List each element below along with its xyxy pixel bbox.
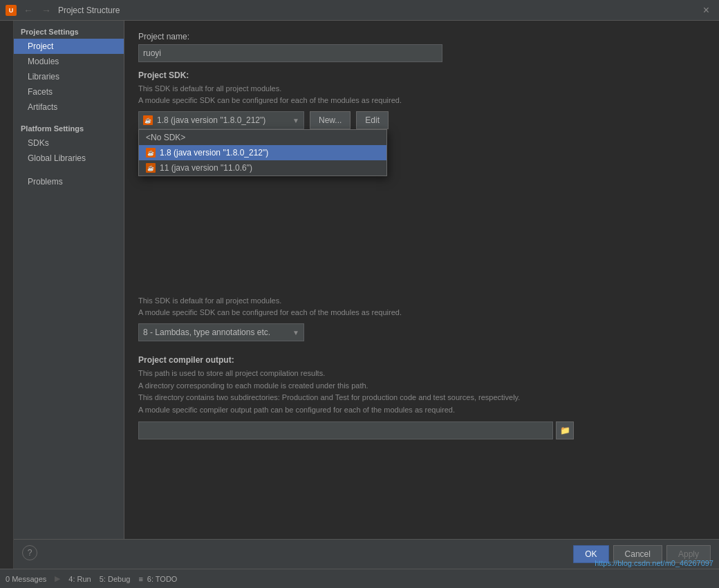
sdk-edit-button[interactable]: Edit bbox=[356, 111, 389, 129]
lang-dropdown-arrow-icon: ▼ bbox=[292, 329, 299, 336]
sdk-new-button[interactable]: New... bbox=[310, 111, 351, 129]
other-section: Problems bbox=[14, 174, 124, 189]
title-bar: U ← → Project Structure × bbox=[0, 0, 719, 21]
sdk-desc-second: This SDK is default for all project modu… bbox=[138, 295, 705, 318]
taskbar: 0 Messages ▶ 4: Run 5: Debug ≡ 6: TODO bbox=[0, 569, 719, 588]
java11-text: 11 (java version "11.0.6") bbox=[160, 163, 252, 173]
sidebar-item-global-libraries[interactable]: Global Libraries bbox=[14, 151, 124, 166]
nav-buttons: ← → bbox=[21, 4, 54, 17]
taskbar-debug[interactable]: 5: Debug bbox=[100, 575, 131, 583]
project-settings-header: Project Settings bbox=[14, 23, 124, 39]
sidebar-item-facets[interactable]: Facets bbox=[14, 84, 124, 99]
compiler-path-row: 📁 bbox=[138, 421, 705, 439]
no-sdk-text: <No SDK> bbox=[146, 133, 185, 142]
todo-text: 6: TODO bbox=[147, 575, 178, 583]
sidebar-item-project[interactable]: Project bbox=[14, 39, 124, 54]
compiler-output-section: Project compiler output: This path is us… bbox=[138, 355, 705, 439]
sdk-dropdown-container: ☕ 1.8 (java version "1.8.0_212") ▼ <No S… bbox=[138, 111, 304, 129]
sdk-row: ☕ 1.8 (java version "1.8.0_212") ▼ <No S… bbox=[138, 111, 705, 129]
sidebar-item-sdks[interactable]: SDKs bbox=[14, 135, 124, 151]
compiler-path-input[interactable] bbox=[138, 421, 553, 439]
project-name-input[interactable] bbox=[138, 44, 442, 62]
run-text: 4: Run bbox=[68, 575, 91, 583]
dropdown-option-no-sdk[interactable]: <No SDK> bbox=[139, 130, 386, 145]
project-name-label: Project name: bbox=[138, 32, 705, 41]
language-level-text: 8 - Lambdas, type annotations etc. bbox=[143, 328, 270, 337]
folder-icon: 📁 bbox=[560, 426, 570, 435]
collapsed-sidebar bbox=[0, 0, 14, 569]
compiler-desc: This path is used to store all project c… bbox=[138, 368, 705, 416]
window-title: Project Structure bbox=[58, 6, 120, 15]
java18-icon: ☕ bbox=[146, 148, 156, 158]
compiler-output-label: Project compiler output: bbox=[138, 355, 705, 365]
sidebar: Project Settings Project Modules Librari… bbox=[14, 21, 124, 539]
sidebar-item-artifacts[interactable]: Artifacts bbox=[14, 99, 124, 115]
sidebar-item-modules[interactable]: Modules bbox=[14, 54, 124, 69]
sdk-section: Project SDK: This SDK is default for all… bbox=[138, 70, 705, 341]
dropdown-arrow-icon: ▼ bbox=[292, 117, 299, 124]
language-level-row: 8 - Lambdas, type annotations etc. ▼ bbox=[138, 323, 705, 341]
platform-settings-header: Platform Settings bbox=[14, 120, 124, 135]
messages-text: 0 Messages bbox=[6, 575, 46, 583]
back-button[interactable]: ← bbox=[21, 4, 36, 17]
java18-text: 1.8 (java version "1.8.0_212") bbox=[160, 148, 268, 158]
taskbar-run[interactable]: 4: Run bbox=[68, 575, 91, 583]
dropdown-option-java18[interactable]: ☕ 1.8 (java version "1.8.0_212") bbox=[139, 145, 386, 160]
sdk-dropdown[interactable]: ☕ 1.8 (java version "1.8.0_212") ▼ bbox=[138, 111, 304, 129]
sdk-dropdown-popup: <No SDK> ☕ 1.8 (java version "1.8.0_212"… bbox=[138, 129, 387, 176]
app-icon: U bbox=[6, 5, 17, 16]
dialog-body: Project Settings Project Modules Librari… bbox=[14, 21, 719, 539]
taskbar-messages[interactable]: 0 Messages bbox=[6, 575, 46, 583]
csdn-url: https://blog.csdn.net/m0_46267097 bbox=[595, 559, 713, 567]
forward-button[interactable]: → bbox=[39, 4, 54, 17]
sdk-selected-text: 1.8 (java version "1.8.0_212") bbox=[157, 115, 265, 125]
folder-browse-button[interactable]: 📁 bbox=[556, 421, 574, 439]
sdk-desc1: This SDK is default for all project modu… bbox=[138, 83, 705, 106]
taskbar-todo[interactable]: ≡ 6: TODO bbox=[138, 575, 177, 583]
language-level-dropdown[interactable]: 8 - Lambdas, type annotations etc. ▼ bbox=[138, 323, 304, 341]
sidebar-item-problems[interactable]: Problems bbox=[14, 174, 124, 189]
close-button[interactable]: × bbox=[699, 3, 713, 18]
sdk-java-icon: ☕ bbox=[143, 115, 153, 125]
project-sdk-label: Project SDK: bbox=[138, 70, 705, 80]
java11-icon: ☕ bbox=[146, 163, 156, 173]
dialog-container: Project Settings Project Modules Librari… bbox=[14, 21, 719, 569]
debug-text: 5: Debug bbox=[100, 575, 131, 583]
dropdown-option-java11[interactable]: ☕ 11 (java version "11.0.6") bbox=[139, 160, 386, 176]
help-button[interactable]: ? bbox=[22, 545, 37, 560]
sidebar-item-libraries[interactable]: Libraries bbox=[14, 69, 124, 84]
main-content: Project name: Project SDK: This SDK is d… bbox=[124, 21, 719, 539]
